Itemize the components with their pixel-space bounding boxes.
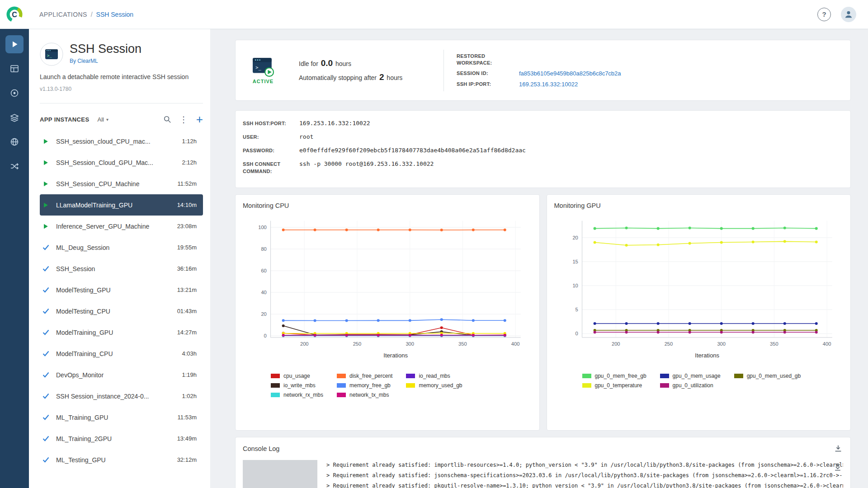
svg-text:20: 20: [261, 311, 266, 317]
app-instance-row[interactable]: LLamaModelTraining_GPU 14:10m: [40, 194, 203, 216]
app-instance-row[interactable]: Inference_Server_GPU_Machine 23:08m: [40, 216, 203, 237]
instance-time: 4:03h: [182, 350, 197, 357]
svg-text:5: 5: [575, 307, 578, 312]
legend-item[interactable]: network_tx_mbs: [337, 392, 392, 398]
instance-name: ModelTesting_CPU: [56, 308, 173, 315]
legend-item[interactable]: memory_used_gb: [406, 382, 462, 389]
svg-text:>_: >_: [47, 53, 52, 58]
sidebar-item-applications[interactable]: [5, 35, 24, 53]
ssh-ip-port-value[interactable]: 169.253.16.332:10022: [519, 81, 621, 88]
instances-filter-dropdown[interactable]: All ▾: [97, 116, 108, 123]
app-instance-row[interactable]: ML_Training_2GPU 13:49m: [40, 428, 203, 449]
instance-time: 11:52m: [178, 180, 197, 187]
svg-text:60: 60: [261, 268, 266, 273]
app-instance-row[interactable]: SSH_Session 36:16m: [40, 258, 203, 279]
app-instance-row[interactable]: ModelTraining_CPU 4:03h: [40, 343, 203, 364]
instance-time: 14:27m: [177, 329, 197, 336]
instance-name: ML_Deug_Session: [56, 244, 173, 251]
clearml-logo[interactable]: C: [0, 5, 29, 23]
app-instance-row[interactable]: ML_Testing_GPU 32:12m: [40, 449, 203, 470]
legend-item[interactable]: gpu_0_mem_used_gb: [734, 373, 801, 379]
legend-item[interactable]: io_write_mbs: [271, 382, 323, 389]
legend-label: io_read_mbs: [419, 373, 450, 379]
user-avatar[interactable]: [841, 7, 856, 22]
applications-icon: [9, 39, 19, 49]
detail-value[interactable]: 169.253.16.332:10022: [299, 120, 370, 127]
projects-icon: [9, 64, 19, 74]
legend-item[interactable]: cpu_usage: [271, 373, 323, 379]
gpu-chart-plot[interactable]: 05101520200250300350400Iterations: [554, 216, 844, 365]
instance-time: 1:19h: [182, 371, 197, 378]
app-instance-row[interactable]: SSH_Session_Cloud_GPU_Mac... 2:12h: [40, 152, 203, 173]
app-instance-row[interactable]: SSH_Session_CPU_Machine 11:52m: [40, 173, 203, 194]
console-gutter: [243, 460, 317, 488]
svg-text:250: 250: [353, 341, 362, 347]
workers-queues-icon: [9, 161, 19, 171]
legend-item[interactable]: gpu_0_temperature: [582, 382, 646, 389]
app-instance-row[interactable]: ModelTraining_GPU 14:27m: [40, 322, 203, 343]
scroll-to-end-icon[interactable]: [833, 463, 842, 472]
search-icon[interactable]: [163, 115, 171, 123]
running-status-icon: [42, 181, 49, 187]
instance-time: 32:12m: [177, 456, 197, 463]
app-instance-row[interactable]: ML_Deug_Session 19:55m: [40, 237, 203, 258]
running-status-icon: [42, 223, 49, 230]
instance-time: 1:12h: [182, 138, 197, 145]
app-instance-row[interactable]: DevOps_Monitor 1:19h: [40, 364, 203, 385]
ssh-app-icon: >_: [40, 42, 63, 66]
console-lines[interactable]: > Requirement already satisfied: importl…: [326, 460, 843, 488]
instance-name: LLamaModelTraining_GPU: [56, 202, 173, 209]
download-log-icon[interactable]: [833, 444, 843, 454]
instance-name: SSH_Session_Cloud_GPU_Mac...: [56, 159, 177, 166]
kebab-menu-icon[interactable]: ⋮: [179, 115, 188, 124]
help-icon[interactable]: ?: [817, 8, 831, 21]
sidebar-item-datasets[interactable]: [5, 108, 24, 127]
instance-name: ModelTraining_GPU: [56, 329, 173, 336]
instance-time: 36:16m: [177, 265, 197, 272]
legend-item[interactable]: gpu_0_utilization: [660, 382, 721, 389]
app-instance-row[interactable]: SSH Session_instance_2024-0... 1:02h: [40, 385, 203, 407]
legend-item[interactable]: network_rx_mbs: [271, 392, 323, 398]
add-instance-button[interactable]: +: [196, 113, 203, 125]
legend-item[interactable]: memory_free_gb: [337, 382, 392, 389]
instance-name: ML_Training_2GPU: [56, 435, 173, 442]
instance-name: DevOps_Monitor: [56, 371, 177, 379]
monitoring-charts-row: Monitoring CPU 0204060801002002503003504…: [235, 194, 851, 431]
legend-swatch: [582, 383, 591, 388]
app-instance-row[interactable]: ModelTesting_GPU 13:21m: [40, 279, 203, 300]
svg-text:0: 0: [264, 333, 267, 338]
legend-item[interactable]: gpu_0_mem_free_gb: [582, 373, 646, 379]
sidebar-item-reports[interactable]: [5, 133, 24, 151]
legend-swatch: [271, 374, 280, 378]
console-log-card: Console Log > Requirement already satisf…: [235, 437, 851, 488]
detail-row: SSH HOST:PORT: 169.253.16.332:10022: [243, 120, 843, 127]
completed-status-icon: [42, 435, 50, 442]
legend-label: gpu_0_mem_used_gb: [747, 373, 801, 379]
sidebar-item-projects[interactable]: [5, 60, 24, 78]
instance-name: SSH_session_cloud_CPU_mac...: [56, 138, 177, 145]
sidebar-item-workers-queues[interactable]: [5, 157, 24, 175]
breadcrumb-applications[interactable]: APPLICATIONS: [39, 11, 87, 18]
svg-text:300: 300: [406, 341, 414, 347]
byline-link[interactable]: By ClearML: [70, 58, 142, 64]
sidebar-item-pipelines[interactable]: [5, 84, 24, 102]
legend-swatch: [271, 383, 280, 388]
session-id-label: SESSION ID:: [457, 70, 519, 77]
legend-item[interactable]: disk_free_percent: [337, 373, 392, 379]
detail-value[interactable]: ssh -p 30000 root@169.253.16.332.10022: [299, 160, 434, 175]
idle-text: Idle for: [299, 60, 318, 67]
completed-status-icon: [42, 286, 50, 294]
app-instance-row[interactable]: ML_Training_GPU 11:53m: [40, 407, 203, 428]
app-instance-row[interactable]: ModelTesting_CPU 01:43m: [40, 300, 203, 322]
completed-status-icon: [42, 244, 50, 251]
instance-name: Inference_Server_GPU_Machine: [56, 223, 173, 230]
cpu-chart-plot[interactable]: 020406080100200250300350400Iterations: [243, 216, 532, 365]
legend-item[interactable]: io_read_mbs: [406, 373, 462, 379]
running-status-icon: [42, 202, 49, 208]
detail-value[interactable]: e0f0effdfe929f60f209ebcb5f1878407783dae4…: [299, 147, 526, 155]
app-instance-row[interactable]: SSH_session_cloud_CPU_mac... 1:12h: [40, 131, 203, 152]
instance-name: ML_Testing_GPU: [56, 456, 173, 464]
session-id-value[interactable]: fa853b6105e9459b80a825b6c8c7cb2a: [519, 70, 621, 77]
legend-item[interactable]: gpu_0_mem_usage: [660, 373, 721, 379]
detail-value[interactable]: root: [299, 133, 313, 141]
